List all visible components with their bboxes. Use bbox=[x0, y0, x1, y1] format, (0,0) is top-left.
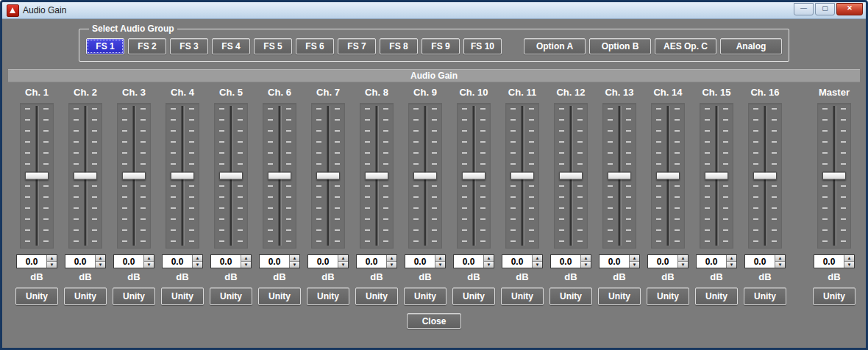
gain-slider[interactable] bbox=[263, 103, 296, 249]
spin-up-button[interactable]: ▲ bbox=[678, 255, 688, 262]
group-button-fs-8[interactable]: FS 8 bbox=[380, 38, 418, 54]
group-button-analog[interactable]: Analog bbox=[720, 38, 782, 54]
gain-slider[interactable] bbox=[166, 103, 199, 249]
gain-slider[interactable] bbox=[68, 103, 102, 249]
unity-button[interactable]: Unity bbox=[113, 288, 155, 305]
unity-button[interactable]: Unity bbox=[258, 288, 301, 305]
group-button-fs-3[interactable]: FS 3 bbox=[170, 38, 208, 54]
gain-spinbox[interactable]: 0.0 ▲ ▼ bbox=[453, 254, 494, 268]
spin-down-button[interactable]: ▼ bbox=[727, 262, 736, 268]
spin-down-button[interactable]: ▼ bbox=[630, 262, 639, 268]
gain-slider[interactable] bbox=[20, 103, 54, 249]
spin-up-button[interactable]: ▲ bbox=[435, 255, 445, 262]
gain-spinbox[interactable]: 0.0 ▲ ▼ bbox=[65, 254, 106, 268]
group-button-fs-10[interactable]: FS 10 bbox=[463, 38, 502, 54]
unity-button[interactable]: Unity bbox=[307, 288, 349, 305]
spin-down-button[interactable]: ▼ bbox=[775, 262, 785, 268]
spin-up-button[interactable]: ▲ bbox=[96, 255, 105, 262]
slider-thumb[interactable] bbox=[316, 172, 340, 180]
group-button-aes-op-c[interactable]: AES Op. C bbox=[655, 38, 716, 54]
spin-down-button[interactable]: ▼ bbox=[96, 262, 105, 268]
slider-thumb[interactable] bbox=[25, 172, 49, 180]
gain-slider[interactable] bbox=[457, 103, 491, 249]
slider-thumb[interactable] bbox=[413, 172, 437, 180]
unity-button[interactable]: Unity bbox=[64, 288, 107, 305]
spin-up-button[interactable]: ▲ bbox=[144, 255, 154, 262]
spin-up-button[interactable]: ▲ bbox=[241, 255, 251, 262]
gain-spinbox[interactable]: 0.0 ▲ ▼ bbox=[814, 254, 855, 268]
slider-thumb[interactable] bbox=[365, 172, 388, 180]
unity-button[interactable]: Unity bbox=[744, 288, 786, 305]
spin-up-button[interactable]: ▲ bbox=[484, 255, 494, 262]
gain-slider[interactable] bbox=[214, 103, 248, 249]
gain-spinbox[interactable]: 0.0 ▲ ▼ bbox=[259, 254, 300, 268]
gain-slider[interactable] bbox=[117, 103, 151, 249]
spin-down-button[interactable]: ▼ bbox=[47, 262, 57, 268]
spin-up-button[interactable]: ▲ bbox=[338, 255, 348, 262]
spin-up-button[interactable]: ▲ bbox=[775, 255, 785, 262]
titlebar[interactable]: Audio Gain — ▢ ✕ bbox=[2, 2, 866, 19]
spin-up-button[interactable]: ▲ bbox=[387, 255, 396, 262]
group-button-fs-6[interactable]: FS 6 bbox=[296, 38, 334, 54]
minimize-button[interactable]: — bbox=[794, 3, 814, 15]
gain-spinbox[interactable]: 0.0 ▲ ▼ bbox=[162, 254, 203, 268]
slider-thumb[interactable] bbox=[559, 172, 583, 180]
spin-down-button[interactable]: ▼ bbox=[484, 262, 494, 268]
gain-spinbox[interactable]: 0.0 ▲ ▼ bbox=[599, 254, 640, 268]
gain-spinbox[interactable]: 0.0 ▲ ▼ bbox=[16, 254, 57, 268]
slider-thumb[interactable] bbox=[462, 172, 485, 180]
spin-down-button[interactable]: ▼ bbox=[533, 262, 542, 268]
slider-thumb[interactable] bbox=[219, 172, 243, 180]
unity-button[interactable]: Unity bbox=[452, 288, 495, 305]
spin-down-button[interactable]: ▼ bbox=[193, 262, 202, 268]
unity-button[interactable]: Unity bbox=[501, 288, 544, 305]
spin-down-button[interactable]: ▼ bbox=[338, 262, 348, 268]
slider-thumb[interactable] bbox=[268, 172, 291, 180]
gain-spinbox[interactable]: 0.0 ▲ ▼ bbox=[696, 254, 737, 268]
slider-thumb[interactable] bbox=[608, 172, 631, 180]
spin-down-button[interactable]: ▼ bbox=[241, 262, 251, 268]
unity-button[interactable]: Unity bbox=[549, 288, 592, 305]
gain-spinbox[interactable]: 0.0 ▲ ▼ bbox=[113, 254, 154, 268]
gain-slider[interactable] bbox=[748, 103, 782, 249]
spin-up-button[interactable]: ▲ bbox=[581, 255, 591, 262]
close-window-button[interactable]: ✕ bbox=[836, 3, 863, 15]
spin-up-button[interactable]: ▲ bbox=[727, 255, 736, 262]
group-button-fs-5[interactable]: FS 5 bbox=[254, 38, 292, 54]
slider-thumb[interactable] bbox=[122, 172, 146, 180]
gain-spinbox[interactable]: 0.0 ▲ ▼ bbox=[550, 254, 591, 268]
group-button-fs-7[interactable]: FS 7 bbox=[338, 38, 376, 54]
spin-up-button[interactable]: ▲ bbox=[533, 255, 542, 262]
gain-slider[interactable] bbox=[817, 103, 851, 249]
group-button-option-b[interactable]: Option B bbox=[589, 38, 651, 54]
group-button-fs-2[interactable]: FS 2 bbox=[128, 38, 166, 54]
unity-button[interactable]: Unity bbox=[647, 288, 689, 305]
spin-up-button[interactable]: ▲ bbox=[290, 255, 299, 262]
gain-slider[interactable] bbox=[554, 103, 588, 249]
gain-slider[interactable] bbox=[700, 103, 733, 249]
group-button-fs-1[interactable]: FS 1 bbox=[86, 38, 124, 54]
unity-button[interactable]: Unity bbox=[813, 288, 855, 305]
unity-button[interactable]: Unity bbox=[355, 288, 398, 305]
close-button[interactable]: Close bbox=[407, 313, 461, 329]
gain-spinbox[interactable]: 0.0 ▲ ▼ bbox=[647, 254, 689, 268]
gain-slider[interactable] bbox=[602, 103, 636, 249]
gain-spinbox[interactable]: 0.0 ▲ ▼ bbox=[356, 254, 397, 268]
spin-down-button[interactable]: ▼ bbox=[581, 262, 591, 268]
spin-down-button[interactable]: ▼ bbox=[144, 262, 154, 268]
slider-thumb[interactable] bbox=[511, 172, 534, 180]
gain-slider[interactable] bbox=[505, 103, 539, 249]
slider-thumb[interactable] bbox=[822, 172, 846, 180]
spin-down-button[interactable]: ▼ bbox=[290, 262, 299, 268]
unity-button[interactable]: Unity bbox=[15, 288, 58, 305]
gain-slider[interactable] bbox=[651, 103, 685, 249]
gain-spinbox[interactable]: 0.0 ▲ ▼ bbox=[502, 254, 543, 268]
gain-slider[interactable] bbox=[311, 103, 345, 249]
gain-spinbox[interactable]: 0.0 ▲ ▼ bbox=[405, 254, 446, 268]
slider-thumb[interactable] bbox=[753, 172, 777, 180]
slider-thumb[interactable] bbox=[171, 172, 194, 180]
group-button-fs-9[interactable]: FS 9 bbox=[421, 38, 460, 54]
group-button-fs-4[interactable]: FS 4 bbox=[212, 38, 250, 54]
slider-thumb[interactable] bbox=[74, 172, 97, 180]
unity-button[interactable]: Unity bbox=[210, 288, 252, 305]
